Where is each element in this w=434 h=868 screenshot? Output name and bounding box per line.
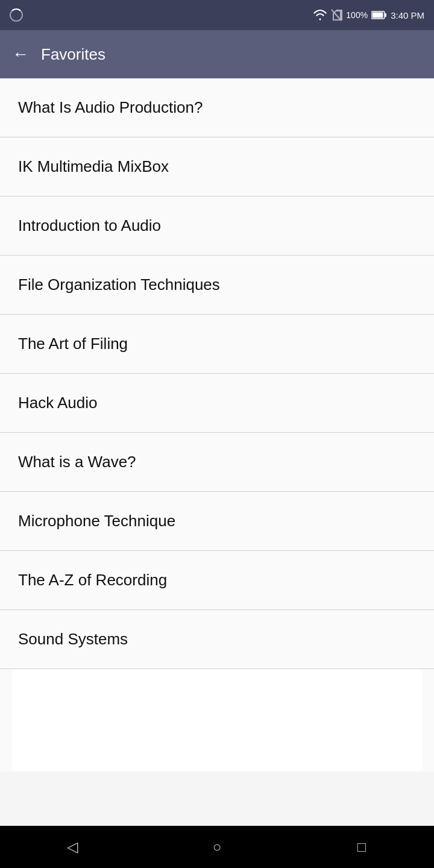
list-item-label: What Is Audio Production? [18, 98, 203, 117]
list-item[interactable]: The A-Z of Recording [0, 551, 434, 610]
list-item[interactable]: File Organization Techniques [0, 256, 434, 315]
list-item[interactable]: Sound Systems [0, 610, 434, 669]
back-button[interactable]: ← [12, 46, 29, 63]
favorites-list: What Is Audio Production?IK Multimedia M… [0, 78, 434, 772]
list-item[interactable]: Hack Audio [0, 374, 434, 433]
list-item[interactable]: Microphone Technique [0, 492, 434, 551]
wifi-icon [313, 10, 327, 20]
spinner-icon [10, 8, 23, 22]
list-item-label: Sound Systems [18, 630, 128, 649]
status-right: 100% 3:40 PM [313, 8, 424, 22]
list-item[interactable]: The Art of Filing [0, 315, 434, 374]
list-item-label: Microphone Technique [18, 512, 175, 530]
list-item-label: Introduction to Audio [18, 216, 161, 235]
status-time: 3:40 PM [391, 10, 424, 20]
list-item[interactable]: Introduction to Audio [0, 197, 434, 256]
no-sim-icon [330, 8, 342, 22]
battery-percentage: 100% [346, 10, 368, 20]
list-item-label: The A-Z of Recording [18, 571, 167, 590]
list-item[interactable]: What is a Wave? [0, 433, 434, 492]
list-item-label: IK Multimedia MixBox [18, 157, 169, 176]
list-item-label: What is a Wave? [18, 453, 136, 471]
list-item-label: File Organization Techniques [18, 275, 220, 294]
list-item[interactable]: What Is Audio Production? [0, 78, 434, 137]
page-title: Favorites [41, 45, 105, 64]
svg-rect-2 [373, 13, 383, 18]
nav-home-button[interactable]: ○ [199, 829, 235, 865]
status-left [10, 8, 23, 22]
list-item-label: The Art of Filing [18, 335, 128, 353]
bottom-card [12, 669, 422, 772]
svg-rect-3 [385, 13, 386, 17]
status-bar: 100% 3:40 PM [0, 0, 434, 30]
bottom-nav: ◁ ○ □ [0, 826, 434, 868]
list-item-label: Hack Audio [18, 394, 98, 412]
list-item[interactable]: IK Multimedia MixBox [0, 137, 434, 197]
nav-back-button[interactable]: ◁ [54, 829, 90, 865]
nav-recent-button[interactable]: □ [344, 829, 380, 865]
header: ← Favorites [0, 30, 434, 78]
battery-icon [371, 11, 387, 19]
